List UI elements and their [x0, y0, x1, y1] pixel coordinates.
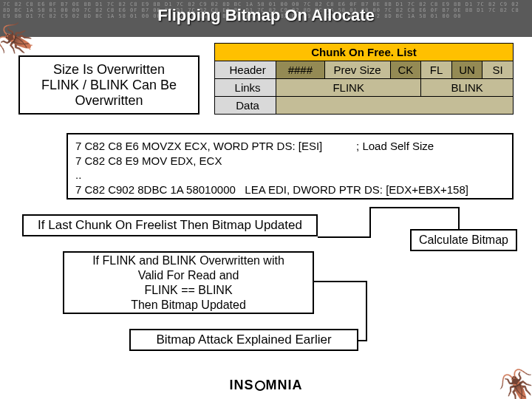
- connector-line: [366, 281, 367, 340]
- row-label-data: Data: [215, 97, 276, 115]
- connector-line: [369, 207, 371, 238]
- asm-l3: ..: [75, 168, 81, 181]
- connector-line: [318, 236, 369, 238]
- data-cell: [276, 97, 514, 115]
- freelist-text: If Last Chunk On Freelist Then Bitmap Up…: [38, 218, 302, 233]
- hdr-cell: ####: [276, 61, 324, 79]
- connector-line: [458, 207, 460, 229]
- assembly-listing: 7 C82 C8 E6 MOVZX ECX, WORD PTR DS: [ESI…: [66, 133, 514, 200]
- logo-o-icon: [255, 381, 265, 391]
- links-cell: BLINK: [421, 79, 514, 97]
- flinkblink-text: If FLINK and BLINK Overwritten with Vali…: [92, 253, 284, 313]
- overwrite-text: Size Is Overwritten FLINK / BLINK Can Be…: [41, 62, 177, 109]
- row-label-header: Header: [215, 61, 276, 79]
- explained-note: Bitmap Attack Explained Earlier: [129, 329, 358, 351]
- hdr-cell: UN: [451, 61, 482, 79]
- slide: 7C 82 C8 E6 0F B7 0E 8B D1 7C 82 C8 E9 8…: [0, 0, 532, 399]
- chunk-title: Chunk On Free. List: [215, 44, 514, 61]
- links-cell: FLINK: [276, 79, 421, 97]
- explained-text: Bitmap Attack Explained Earlier: [156, 332, 331, 347]
- flink-blink-note: If FLINK and BLINK Overwritten with Vali…: [63, 251, 314, 314]
- connector-line: [314, 281, 366, 282]
- footer-logo: INSMNIA: [0, 378, 532, 393]
- calc-text: Calculate Bitmap: [419, 233, 508, 247]
- chunk-table: Chunk On Free. List Header #### Prev Siz…: [214, 43, 514, 115]
- freelist-note: If Last Chunk On Freelist Then Bitmap Up…: [22, 214, 318, 236]
- asm-l1b: ; Load Self Size: [356, 140, 434, 152]
- hdr-cell: Prev Size: [324, 61, 390, 79]
- asm-l4: 7 C82 C902 8DBC 1A 58010000 LEA EDI, DWO…: [75, 183, 468, 196]
- calculate-bitmap-note: Calculate Bitmap: [410, 229, 517, 251]
- hdr-cell: SI: [482, 61, 514, 79]
- asm-l1a: 7 C82 C8 E6 MOVZX ECX, WORD PTR DS: [ESI…: [75, 140, 322, 152]
- overwrite-note: Size Is Overwritten FLINK / BLINK Can Be…: [18, 55, 200, 115]
- hdr-cell: CK: [390, 61, 421, 79]
- connector-line: [369, 207, 458, 208]
- asm-l2: 7 C82 C8 E9 MOV EDX, ECX: [75, 154, 222, 167]
- row-label-links: Links: [215, 79, 276, 97]
- connector-line: [358, 340, 367, 341]
- hdr-cell: FL: [421, 61, 452, 79]
- slide-title: Flipping Bitmap On Allocate: [0, 6, 532, 25]
